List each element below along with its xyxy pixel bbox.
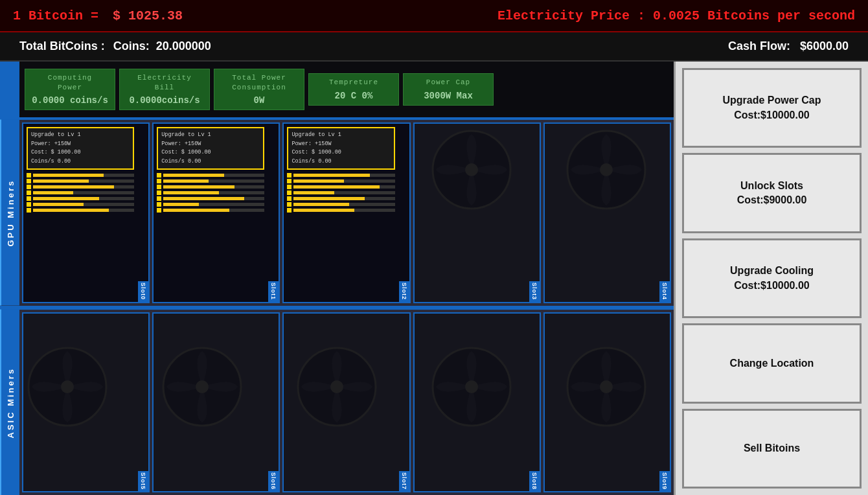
unlock-slots-label: Unlock Slots Cost:$9000.00 bbox=[737, 179, 807, 208]
cashflow-label: Cash Flow: bbox=[728, 40, 790, 52]
coins-value: 20.000000 bbox=[156, 40, 211, 52]
asic-slot-5[interactable]: Slot5 bbox=[22, 312, 150, 493]
slot1-gpu-bars bbox=[157, 173, 264, 214]
gpu-slot-0[interactable]: Upgrade to Lv 1 Power: +150W Cost: $ 100… bbox=[22, 122, 150, 303]
bitcoin-value: $ 1025.38 bbox=[113, 8, 183, 23]
asic-row-label: ASIC Miners bbox=[0, 310, 19, 496]
temperature-card: Tempreture 20 C 0% bbox=[308, 73, 399, 105]
slot2-upgrade-text: Upgrade to Lv 1 Power: +150W Cost: $ 100… bbox=[291, 131, 390, 166]
temperature-value: 20 C 0% bbox=[315, 91, 392, 101]
slot0-gpu-bars bbox=[27, 173, 134, 214]
total-bitcoins-display: Total BitCoins : Coins: 20.000000 bbox=[19, 40, 211, 53]
slot1-upgrade-box: Upgrade to Lv 1 Power: +150W Cost: $ 100… bbox=[157, 127, 264, 170]
mining-area: Computing Power 0.0000 coins/s Electrici… bbox=[0, 62, 674, 495]
total-power-title: Total Power Consumption bbox=[221, 73, 297, 93]
slot5-label: Slot5 bbox=[138, 471, 148, 491]
asic-slot-8[interactable]: Slot8 bbox=[413, 312, 541, 493]
coins-label: Coins: bbox=[113, 40, 150, 52]
cashflow-display: Cash Flow: $6000.00 bbox=[728, 40, 849, 53]
power-cap-title: Power Cap bbox=[410, 78, 486, 87]
right-panel: Upgrade Power Cap Cost:$10000.00 Unlock … bbox=[674, 62, 868, 495]
total-power-card: Total Power Consumption 0W bbox=[214, 69, 304, 111]
electricity-bill-card: Electricity Bill 0.0000coins/s bbox=[119, 69, 210, 111]
slot8-label: Slot8 bbox=[529, 471, 540, 491]
slot2-upgrade-box: Upgrade to Lv 1 Power: +150W Cost: $ 100… bbox=[287, 127, 394, 170]
unlock-slots-button[interactable]: Unlock Slots Cost:$9000.00 bbox=[682, 153, 862, 233]
gpu-row: GPU Miners Upgrade to Lv 1 Power: +150W … bbox=[0, 120, 674, 310]
shelving-layout: Computing Power 0.0000 coins/s Electrici… bbox=[0, 62, 674, 495]
slot4-label: Slot4 bbox=[659, 281, 670, 301]
stat-cards-row: Computing Power 0.0000 coins/s Electrici… bbox=[19, 62, 674, 117]
asic-slot-6[interactable]: Slot6 bbox=[152, 312, 280, 493]
slot0-upgrade-box: Upgrade to Lv 1 Power: +150W Cost: $ 100… bbox=[27, 127, 134, 170]
upgrade-cooling-label: Upgrade Cooling Cost:$10000.00 bbox=[730, 264, 814, 293]
power-cap-value: 3000W Max bbox=[410, 91, 486, 101]
slot9-label: Slot9 bbox=[659, 471, 670, 491]
bitcoin-label: 1 Bitcoin = bbox=[13, 8, 98, 23]
gpu-slot-3[interactable]: Slot3 bbox=[413, 122, 541, 303]
power-cap-card: Power Cap 3000W Max bbox=[403, 73, 494, 105]
computing-power-value: 0.0000 coins/s bbox=[32, 95, 108, 106]
gpu-slot-4[interactable]: Slot4 bbox=[543, 122, 671, 303]
slot1-upgrade-text: Upgrade to Lv 1 Power: +150W Cost: $ 100… bbox=[161, 131, 260, 166]
change-location-button[interactable]: Change Location bbox=[682, 323, 862, 403]
total-power-value: 0W bbox=[221, 95, 297, 106]
main-area: Computing Power 0.0000 coins/s Electrici… bbox=[0, 62, 868, 495]
slot3-label: Slot3 bbox=[529, 281, 540, 301]
top-bar: 1 Bitcoin = $ 1025.38 Electricity Price … bbox=[0, 0, 868, 32]
upgrade-power-cap-button[interactable]: Upgrade Power Cap Cost:$10000.00 bbox=[682, 68, 862, 148]
upgrade-power-cap-label: Upgrade Power Cap Cost:$10000.00 bbox=[722, 93, 821, 122]
gpu-slot-2[interactable]: Upgrade to Lv 1 Power: +150W Cost: $ 100… bbox=[282, 122, 410, 303]
asic-slot-7[interactable]: Slot7 bbox=[282, 312, 410, 493]
stats-bar: Total BitCoins : Coins: 20.000000 Cash F… bbox=[0, 32, 868, 62]
slot2-label: Slot2 bbox=[399, 281, 409, 301]
gpu-slot-1[interactable]: Upgrade to Lv 1 Power: +150W Cost: $ 100… bbox=[152, 122, 280, 303]
asic-slots-grid: Slot5 Slot6 Slot7 Slot8 Slot9 bbox=[19, 310, 674, 496]
asic-row: ASIC Miners Slot5 Slot6 Slot7 Slot8 bbox=[0, 310, 674, 496]
sell-bitcoins-label: Sell Bitoins bbox=[744, 441, 800, 455]
gpu-row-label: GPU Miners bbox=[0, 120, 19, 306]
asic-slot-9[interactable]: Slot9 bbox=[543, 312, 671, 493]
change-location-label: Change Location bbox=[730, 356, 814, 371]
computing-power-card: Computing Power 0.0000 coins/s bbox=[25, 69, 115, 111]
slot0-upgrade-text: Upgrade to Lv 1 Power: +150W Cost: $ 100… bbox=[31, 131, 130, 166]
slot1-label: Slot1 bbox=[268, 281, 279, 301]
computing-power-title: Computing Power bbox=[32, 73, 108, 93]
temperature-title: Tempreture bbox=[315, 78, 392, 87]
total-label: Total BitCoins : bbox=[19, 40, 105, 52]
upgrade-cooling-button[interactable]: Upgrade Cooling Cost:$10000.00 bbox=[682, 238, 862, 318]
slot7-label: Slot7 bbox=[399, 471, 409, 491]
electricity-bill-value: 0.0000coins/s bbox=[126, 95, 203, 106]
electricity-price-display: Electricity Price : 0.0025 Bitcoins per … bbox=[497, 8, 855, 23]
slot6-label: Slot6 bbox=[268, 471, 279, 491]
bitcoin-price-display: 1 Bitcoin = $ 1025.38 bbox=[13, 8, 183, 23]
cashflow-value: $6000.00 bbox=[800, 40, 849, 52]
slot0-label: Slot0 bbox=[138, 281, 148, 301]
electricity-bill-title: Electricity Bill bbox=[126, 73, 203, 93]
slot2-gpu-bars bbox=[287, 173, 394, 214]
sell-bitcoins-button[interactable]: Sell Bitoins bbox=[682, 409, 862, 489]
gpu-slots-grid: Upgrade to Lv 1 Power: +150W Cost: $ 100… bbox=[19, 120, 674, 306]
electricity-label: Electricity Price : 0.0025 Bitcoins per … bbox=[497, 8, 855, 23]
